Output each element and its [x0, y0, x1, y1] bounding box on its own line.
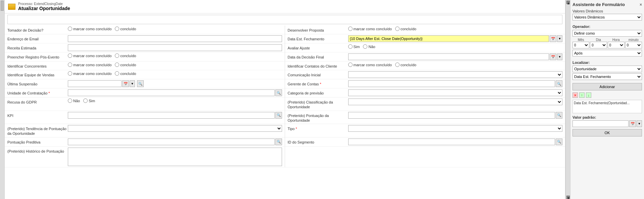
identificar-equipe-row: Identificar Equipe de Vendas marcar como… [5, 70, 285, 79]
apos-select[interactable]: Após [572, 50, 642, 56]
data-est-fechamento-calendar-btn[interactable]: 📅 [550, 35, 556, 42]
data-est-fechamento-dropdown-btn[interactable]: ▼ [557, 35, 562, 42]
receita-estimada-field[interactable] [68, 44, 282, 51]
data-decisao-final-calendar-btn[interactable]: 📅 [550, 53, 556, 60]
preterido-historico-row: (Preterido) Histórico de Pontuação [5, 147, 285, 167]
endereco-email-row: Endereço de Email [5, 34, 285, 43]
equipe-radio-marcar[interactable] [68, 71, 72, 76]
pontuacao-preditiva-field[interactable] [68, 138, 275, 145]
avaliar-ajuste-input: Sim Não [348, 44, 563, 49]
mes-col: Mês 0 [572, 38, 589, 48]
gerente-contas-lookup-btn[interactable]: 🔍 [556, 80, 562, 87]
preterido-pontuacao-lookup-btn[interactable]: 🔍 [556, 112, 562, 119]
identificar-contatos-label: Identificar Contatos do Cliente [288, 63, 348, 69]
endereco-email-input [68, 35, 282, 42]
endereco-email-field[interactable] [68, 35, 282, 42]
preencher-radio-concluido[interactable] [115, 53, 119, 58]
categoria-previsao-label: Categoria de previsão [288, 89, 348, 95]
sidebar-title-text: Assistente de Formulário [572, 2, 625, 7]
ultima-suspensao-lookup-btn[interactable]: 🔍 [137, 80, 144, 87]
recusa-gdpr-input: Não Sim [68, 98, 282, 103]
kpi-label: KPI [7, 112, 68, 118]
id-segmento-lookup-btn[interactable]: 🔍 [556, 138, 562, 145]
data-est-fechamento-label: Data Est. Fechamento [288, 35, 348, 41]
ultima-suspensao-row: Última Suspensão 📅 ▼ 🔍 [5, 79, 285, 88]
valor-padrao-calendar-btn[interactable]: 📅 [629, 120, 636, 127]
receita-estimada-label: Receita Estimada [7, 44, 68, 50]
valor-padrao-dropdown-btn[interactable]: ▼ [637, 120, 642, 127]
tomador-radio-marcar[interactable] [68, 27, 72, 31]
adicionar-button[interactable]: Adicionar [572, 83, 642, 90]
categoria-previsao-select[interactable] [348, 89, 563, 96]
avaliar-radio-sim[interactable] [348, 44, 353, 49]
valor-padrao-input[interactable] [572, 120, 629, 127]
scroll-up-btn[interactable]: ▲ [566, 1, 570, 4]
page-header: Processo: ExtendClosingDate Atualizar Op… [5, 0, 565, 13]
data-est-fechamento-field[interactable] [348, 35, 549, 42]
id-segmento-field[interactable] [348, 138, 555, 145]
pontuacao-preditiva-label: Pontuação Preditiva [7, 138, 68, 145]
comunicacao-inicial-select[interactable] [348, 71, 563, 78]
preterido-classificacao-select[interactable] [348, 98, 563, 105]
data-decisao-final-dropdown-btn[interactable]: ▼ [557, 53, 562, 60]
tipo-select[interactable] [348, 125, 563, 132]
receita-estimada-row: Receita Estimada [5, 43, 285, 52]
localizar-oportunidade-select[interactable]: Oportunidade [572, 66, 642, 72]
concorrentes-radio-concluido[interactable] [115, 63, 119, 67]
gdpr-radio-sim[interactable] [83, 98, 88, 103]
desenvolver-radio-marcar[interactable] [348, 27, 353, 31]
mes-select[interactable]: 0 [572, 42, 589, 48]
avaliar-radio-nao[interactable] [363, 44, 367, 49]
mes-label: Mês [572, 38, 589, 42]
contatos-radio-marcar[interactable] [348, 63, 353, 67]
minuto-select[interactable]: 0 [625, 42, 642, 48]
hora-select[interactable]: 0 [608, 42, 625, 48]
contatos-radio-concluido[interactable] [395, 63, 400, 67]
move-down-icon[interactable]: ↓ [586, 92, 591, 98]
empty-row [285, 147, 565, 167]
localizar-data-select[interactable]: Data Est. Fechamento [572, 73, 642, 80]
dia-select[interactable]: 0 [590, 42, 607, 48]
preterido-tendencia-select[interactable] [68, 125, 282, 132]
gdpr-radio-nao[interactable] [68, 98, 72, 103]
comunicacao-inicial-input [348, 71, 563, 78]
valor-padrao-label: Valor padrão: [572, 115, 642, 119]
desenvolver-radio-concluido[interactable] [395, 27, 400, 31]
sidebar-close-btn[interactable]: × [640, 2, 642, 7]
ultima-suspensao-calendar-btn[interactable]: 📅 [122, 80, 129, 87]
kpi-field[interactable] [68, 112, 275, 119]
preencher-registro-label: Preencher Registro Pós-Evento [7, 53, 68, 59]
scroll-down-btn[interactable]: ▼ [566, 196, 570, 199]
ultima-suspensao-dropdown-btn[interactable]: ▼ [130, 80, 135, 87]
comunicacao-inicial-row: Comunicação Inicial [285, 70, 565, 79]
dynamic-value-item: Data Est. Fechamento(Oportunidad... [574, 101, 641, 105]
preterido-historico-textarea[interactable] [68, 148, 282, 166]
tipo-input [348, 125, 563, 132]
operador-definir-select[interactable]: Definir como [572, 30, 642, 37]
avaliar-ajuste-label: Avaliar Ajuste [288, 44, 348, 50]
identificar-equipe-input: marcar como concluído concluído [68, 71, 282, 76]
gerente-contas-field[interactable] [348, 80, 555, 87]
tomador-decisao-input: marcar como concluído concluído [68, 27, 282, 31]
gerente-contas-input: 🔍 [348, 80, 563, 87]
concorrentes-radio-marcar[interactable] [68, 63, 72, 67]
desenvolver-proposta-label: Desenvolver Proposta [288, 27, 348, 33]
kpi-lookup-btn[interactable]: 🔍 [275, 112, 282, 119]
preterido-pontuacao-field[interactable] [348, 112, 555, 119]
equipe-radio-concluido[interactable] [115, 71, 119, 76]
gerente-contas-label: Gerente de Contas * [288, 80, 348, 86]
ok-button[interactable]: OK [572, 129, 642, 136]
identificar-concorrentes-label: Identificar Concorrentes [7, 63, 68, 69]
valores-dinamicos-select[interactable]: Valores Dinâmicos [572, 14, 642, 21]
ultima-suspensao-field[interactable] [68, 80, 122, 87]
top-bar [7, 15, 562, 24]
pontuacao-preditiva-lookup-btn[interactable]: 🔍 [275, 138, 282, 145]
unidade-contratacao-field[interactable] [68, 89, 275, 96]
preencher-radio-marcar[interactable] [68, 53, 72, 58]
remove-icon[interactable]: ✕ [572, 92, 578, 98]
preterido-historico-label: (Preterido) Histórico de Pontuação [7, 148, 68, 154]
unidade-contratacao-lookup-btn[interactable]: 🔍 [275, 89, 282, 96]
data-decisao-final-field[interactable] [348, 53, 549, 60]
tomador-radio-concluido[interactable] [115, 27, 119, 31]
move-up-icon[interactable]: ↑ [579, 92, 585, 98]
